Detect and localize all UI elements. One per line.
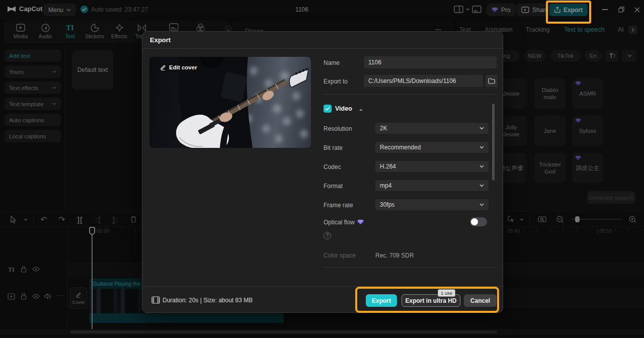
browse-folder-button[interactable] [486,75,498,87]
filter-chip-new[interactable]: NEW [524,50,545,62]
video-track-lock-button[interactable] [21,293,27,300]
voice-card[interactable]: Syluss [572,116,603,146]
trim-left-button[interactable]: :[ [93,214,104,225]
tab-audio[interactable]: Audio [34,22,57,39]
format-select[interactable]: mp4 [375,180,489,191]
text-track-visibility-button[interactable] [32,267,40,272]
slider-knob[interactable] [575,216,580,222]
adjust-panel-button[interactable] [472,6,481,15]
framerate-select[interactable]: 30fps [375,199,489,210]
edit-cover-timeline-button[interactable]: Cover [70,287,87,309]
cancel-button[interactable]: Cancel [464,294,497,307]
text-track-lock-button[interactable] [21,266,27,273]
voice-card[interactable]: Diablo malo [534,78,566,109]
voice-card[interactable]: 調皮公主 [572,153,603,183]
video-checkbox[interactable] [324,105,332,113]
close-button[interactable] [630,4,644,16]
voice-filter-button[interactable] [605,50,618,62]
playhead-handle[interactable] [89,227,95,235]
zoom-out-button[interactable] [554,214,566,225]
codec-select[interactable]: H.264 [375,161,489,172]
sidebar-item-auto-captions[interactable]: Auto captions [5,114,61,126]
maximize-button[interactable] [614,4,628,16]
tab-text[interactable]: TI Text [58,22,82,39]
chevron-down-icon [479,165,484,168]
sidebar-item-yours[interactable]: Yours [5,65,61,78]
sidebar-item-text-effects[interactable]: Text effects [5,81,61,94]
tab-effects[interactable]: Effects [108,22,131,39]
video-track-mute-button[interactable] [44,293,51,299]
preview-zoom-button[interactable] [536,214,547,225]
ruler-ticks [511,228,644,231]
collapse-up-icon[interactable] [359,108,363,111]
resolution-select[interactable]: 2K [375,123,489,134]
tabs-scroll-right-button[interactable] [628,26,637,34]
edit-cover-label: Edit cover [169,64,197,70]
export-button-titlebar[interactable]: Export [549,4,588,16]
snap-tool-chevron[interactable] [516,214,527,225]
voice-name: Diablo malo [535,87,565,101]
name-label: Name [324,59,340,66]
autosave-label: Auto saved: 23:47:27 [91,6,148,13]
funnel-icon [609,53,615,59]
zoom-in-button[interactable] [627,214,638,225]
voice-card[interactable]: Trickster God [534,153,566,183]
tab-ai[interactable]: AI [618,26,624,33]
help-icon[interactable]: ? [324,232,331,239]
select-tool-button[interactable] [8,214,19,225]
select-tool-chevron[interactable] [20,214,31,225]
minimize-button[interactable] [598,4,612,16]
tab-media[interactable]: Media [9,22,32,39]
generate-speech-button[interactable]: Generate speech [587,191,635,204]
undo-button[interactable]: ↶ [38,214,49,225]
edit-cover-button[interactable]: Edit cover [155,62,202,73]
filter-chip-tiktok[interactable]: TikTok [550,50,581,62]
export-path-input[interactable] [364,75,483,87]
voice-name: Jessie [503,90,520,97]
resolution-label: Resolution [324,125,352,132]
voice-card[interactable]: ASMR [572,78,603,109]
trim-right-button[interactable]: ]: [110,214,121,225]
default-text-card[interactable]: Default text [72,50,113,90]
share-button[interactable]: Share [516,4,553,16]
timeline-zoom-slider[interactable] [571,219,621,220]
export-confirm-button[interactable]: Export [366,294,397,307]
tab-tracking[interactable]: Tracking [526,26,549,33]
filter-chip-english[interactable]: En [585,50,602,62]
tab-text-to-speech[interactable]: Text to speech [564,26,605,33]
sidebar-item-text-template[interactable]: Text template [5,98,61,110]
zoom-out-icon [556,216,564,223]
sidebar-item-add-text[interactable]: Add text [5,49,61,62]
split-button[interactable]: ][ [74,214,86,225]
redo-button[interactable]: ↷ [56,214,67,225]
trash-icon [130,216,137,223]
pro-button[interactable]: Pro [487,4,516,16]
folder-icon [488,78,495,84]
sidebar-item-local-captions[interactable]: Local captions [5,130,61,142]
gem-icon [575,118,581,123]
tab-stickers[interactable]: Stickers [83,22,106,39]
video-track-visibility-button[interactable] [32,294,40,299]
name-input[interactable] [364,56,497,68]
timeline-hscrollbar[interactable] [0,329,644,335]
chevron-down-icon [24,218,28,221]
voice-card[interactable]: Jane [534,116,566,146]
layout-switcher[interactable] [454,6,470,13]
chevron-down-icon [466,8,470,11]
bitrate-select[interactable]: Recommended [375,142,489,153]
codec-label: Codec [324,163,341,171]
playhead-line[interactable] [92,227,93,332]
video-track-more-button[interactable]: ··· [56,291,64,299]
dialog-scrollbar[interactable] [492,104,495,181]
capcut-logo-icon [7,6,16,13]
delete-button[interactable] [128,214,139,225]
hscrollbar-thumb[interactable] [70,330,497,333]
menu-button[interactable]: Menu [43,4,76,16]
voice-collapse-button[interactable] [622,50,636,62]
chevron-down-icon [52,87,56,89]
snap-tool-button[interactable] [505,214,516,225]
check-circle-icon [80,6,88,13]
share-label: Share [532,7,548,14]
preview-zoom-icon [538,216,546,223]
optical-flow-toggle[interactable] [470,217,487,226]
